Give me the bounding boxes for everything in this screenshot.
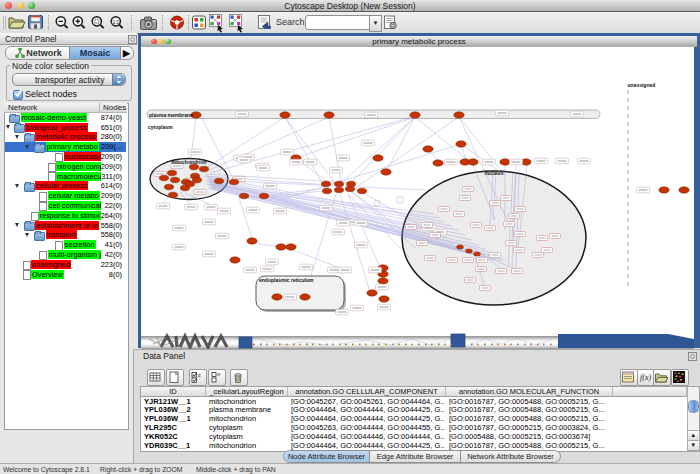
svg-text:f(x): f(x) [640, 373, 651, 382]
svg-text:nucleus: nucleus [485, 170, 504, 176]
svg-text:endoplasmic reticulum: endoplasmic reticulum [259, 277, 314, 283]
svg-text:unassigned: unassigned [628, 82, 656, 88]
svg-text:≡: ≡ [198, 372, 201, 378]
svg-text:1:1: 1:1 [113, 20, 120, 25]
svg-text:cytoplasm: cytoplasm [148, 124, 173, 130]
svg-text:mitochondrion: mitochondrion [172, 159, 207, 165]
svg-text:plasma membrane: plasma membrane [149, 112, 193, 118]
